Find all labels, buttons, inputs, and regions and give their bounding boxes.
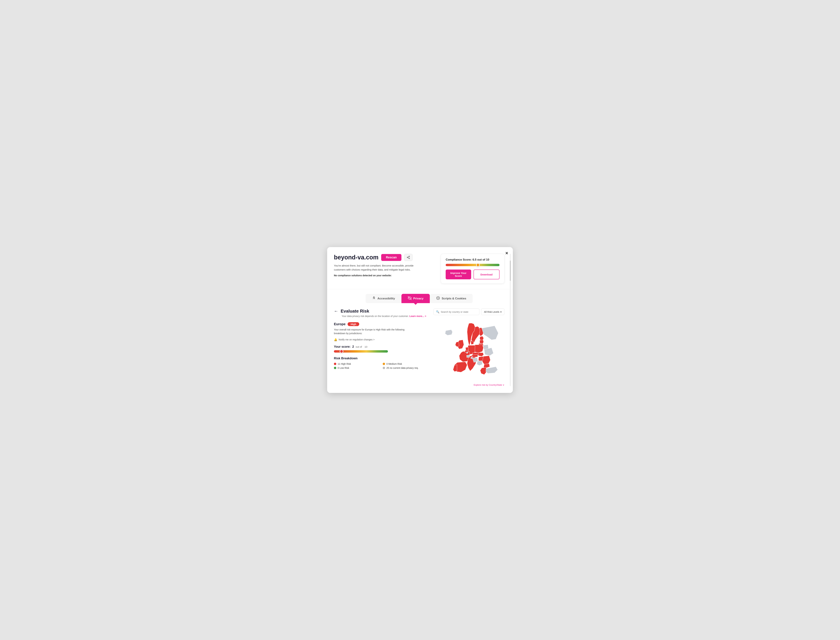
search-input[interactable] xyxy=(441,310,477,313)
risk-item-high: 11 High Risk xyxy=(334,363,379,365)
right-content: 🔍 All Risk Levels ▾ xyxy=(434,309,504,386)
denmark-path xyxy=(471,341,474,344)
close-button[interactable]: × xyxy=(506,251,508,256)
explore-link[interactable]: Explore risk by Country/State ∨ xyxy=(434,384,504,386)
slovenia-path xyxy=(471,357,473,359)
latvia-path xyxy=(480,340,484,344)
svg-point-8 xyxy=(437,298,438,298)
rescan-button[interactable]: Rescan xyxy=(381,254,402,261)
top-section: beyond-va.com Rescan You're almost there… xyxy=(334,254,504,283)
filter-chevron-icon: ▾ xyxy=(500,310,502,313)
svg-point-9 xyxy=(438,297,439,298)
scripts-cookies-icon xyxy=(436,296,440,301)
score-bar xyxy=(446,264,499,266)
tabs-row: Accessibility Privacy Scripts & Cookie xyxy=(334,294,504,303)
risk-breakdown-title: Risk Breakdown xyxy=(334,357,428,360)
no-req-label: 25 no current data privacy req. xyxy=(386,366,419,369)
romania-path xyxy=(482,356,490,365)
switzerland-path xyxy=(467,355,470,358)
tab-accessibility[interactable]: Accessibility xyxy=(366,294,402,303)
high-risk-label: 11 High Risk xyxy=(338,363,351,365)
low-risk-dot xyxy=(334,367,336,369)
evaluate-title: Evaluate Risk xyxy=(341,309,369,314)
notify-row[interactable]: 🔔 Notify me on regulation changes > xyxy=(334,338,428,341)
download-button[interactable]: Download xyxy=(474,270,499,279)
map-container xyxy=(434,318,504,382)
svg-point-11 xyxy=(438,298,439,299)
site-title-row: beyond-va.com Rescan xyxy=(334,254,436,261)
high-risk-dot xyxy=(334,363,336,365)
left-content: ← Evaluate Risk Your data privacy risk d… xyxy=(334,309,428,386)
search-box: 🔍 xyxy=(434,309,479,315)
risk-filter-button[interactable]: All Risk Levels ▾ xyxy=(481,309,504,315)
description-text: You're almost there, but still not compl… xyxy=(334,264,422,272)
notify-label: Notify me on regulation changes > xyxy=(339,338,374,341)
tab-scripts-cookies-label: Scripts & Cookies xyxy=(442,297,466,300)
serbia-path xyxy=(477,361,482,366)
luxembourg-path xyxy=(467,352,468,354)
risk-item-medium: 0 Medium Risk xyxy=(383,363,428,365)
tab-privacy[interactable]: Privacy xyxy=(402,294,430,303)
score-bar-container xyxy=(446,264,499,266)
evaluate-subtitle: Your data privacy risk depends on the lo… xyxy=(342,315,428,317)
left-info: beyond-va.com Rescan You're almost there… xyxy=(334,254,436,277)
improve-score-button[interactable]: Improve Your Score xyxy=(446,270,471,279)
region-score-bar xyxy=(334,350,388,353)
portugal-path xyxy=(453,365,457,371)
content-area: ← Evaluate Risk Your data privacy risk d… xyxy=(334,309,504,386)
svg-point-10 xyxy=(438,298,438,299)
divider xyxy=(327,289,513,289)
score-number: 6.5 out of 10 xyxy=(472,258,489,261)
search-filter-row: 🔍 All Risk Levels ▾ xyxy=(434,309,504,315)
score-actions: Improve Your Score Download xyxy=(446,270,499,279)
netherlands-path xyxy=(466,347,469,350)
tab-scripts-cookies[interactable]: Scripts & Cookies xyxy=(430,294,473,303)
learn-more-link[interactable]: Learn more... > xyxy=(410,315,426,317)
medium-risk-label: 0 Medium Risk xyxy=(386,363,402,365)
score-thumb xyxy=(476,263,480,267)
no-req-dot xyxy=(383,367,385,369)
back-row: ← Evaluate Risk xyxy=(334,309,428,314)
back-button[interactable]: ← xyxy=(334,309,338,314)
search-icon: 🔍 xyxy=(436,310,439,314)
bell-icon: 🔔 xyxy=(334,338,337,341)
your-score-label: Your score: 2 out of out of 10 10 xyxy=(334,345,428,349)
svg-line-3 xyxy=(408,258,409,258)
low-risk-label: 0 Low Risk xyxy=(338,366,349,369)
estonia-path xyxy=(480,336,484,340)
filter-label: All Risk Levels xyxy=(484,310,499,313)
bulgaria-path xyxy=(484,364,490,368)
no-compliance-text: No compliance solutions detected on your… xyxy=(334,274,436,277)
risk-grid: 11 High Risk 0 Medium Risk 0 Low Risk 25… xyxy=(334,363,428,369)
greece-path xyxy=(480,367,487,374)
ireland-path xyxy=(455,342,459,347)
accessibility-icon xyxy=(372,296,376,301)
region-score-thumb xyxy=(340,350,343,353)
score-header: Compliance Score: 6.5 out of 10 xyxy=(446,258,499,261)
scroll-thumb xyxy=(510,261,511,281)
site-domain: beyond-va.com xyxy=(334,254,378,261)
high-risk-badge: High xyxy=(347,322,359,326)
risk-item-no-req: 25 no current data privacy req. xyxy=(383,366,428,369)
medium-risk-dot xyxy=(383,363,385,365)
turkey-path xyxy=(486,367,498,373)
risk-item-low: 0 Low Risk xyxy=(334,366,379,369)
region-score-bar-container xyxy=(334,350,388,353)
russia-path xyxy=(482,326,498,340)
tab-privacy-label: Privacy xyxy=(413,297,424,300)
modal-container: × beyond-va.com Rescan You're almost the… xyxy=(327,247,513,393)
share-button[interactable] xyxy=(404,254,413,261)
tab-accessibility-label: Accessibility xyxy=(378,297,395,300)
privacy-icon xyxy=(408,296,411,301)
iceland-path xyxy=(445,330,453,335)
slovakia-path xyxy=(478,353,484,356)
scroll-track xyxy=(510,254,511,386)
svg-line-4 xyxy=(408,256,409,257)
svg-point-7 xyxy=(437,296,440,299)
region-label: Europe High xyxy=(334,322,428,326)
scrollbar[interactable] xyxy=(510,254,511,386)
region-description: Your overall risk exposure for Europe is… xyxy=(334,328,411,335)
score-card: Compliance Score: 6.5 out of 10 Improve … xyxy=(441,254,504,283)
